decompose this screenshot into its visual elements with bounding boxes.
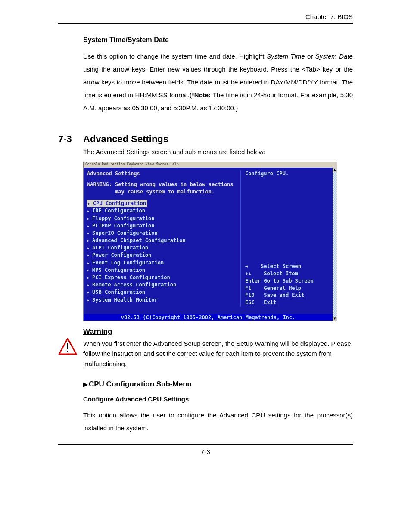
bios-warning-text: WARNING: Setting wrong values in below s… xyxy=(87,181,238,196)
section-intro: The Advanced Settings screen and sub men… xyxy=(83,148,353,156)
top-rule xyxy=(58,23,353,24)
bios-key-row: F1 General Help xyxy=(245,285,329,292)
cpu-body: This option allows the user to configure… xyxy=(83,409,353,435)
bios-key-row: F10 Save and Exit xyxy=(245,292,329,299)
system-time-paragraph: Use this option to change the system tim… xyxy=(83,50,353,115)
section-number: 7-3 xyxy=(58,134,83,145)
warning-triangle-icon xyxy=(58,327,83,369)
text: Use this option to change the system tim… xyxy=(83,53,267,60)
bios-menu-item[interactable]: ACPI Configuration xyxy=(87,244,238,252)
bios-menu-item[interactable]: System Health Monitor xyxy=(87,296,238,304)
bios-menu-item[interactable]: IDE Configuration xyxy=(87,207,238,215)
warning-body: When you first enter the Advanced Setup … xyxy=(83,339,353,369)
chapter-header: Chapter 7: BIOS xyxy=(58,13,353,23)
bios-menu-item[interactable]: Floppy Configuration xyxy=(87,215,238,222)
bios-key-row: Enter Go to Sub Screen xyxy=(245,277,329,285)
bios-warning-line1: Setting wrong values in below sections xyxy=(115,181,234,187)
svg-point-2 xyxy=(67,351,68,352)
bios-menu-item[interactable]: MPS Configuration xyxy=(87,267,238,274)
bios-menu-item[interactable]: Remote Access Configuration xyxy=(87,281,238,289)
bios-menu-item[interactable]: SuperIO Configuration xyxy=(87,230,238,237)
text: or xyxy=(305,53,315,60)
bios-menu-item[interactable]: USB Configuration xyxy=(87,289,238,296)
bios-screen-title: Advanced Settings xyxy=(87,170,238,177)
warning-heading: Warning xyxy=(83,327,353,336)
scroll-up-icon[interactable]: ▲ xyxy=(333,168,337,172)
bios-key-row: ↔ Select Screen xyxy=(245,263,329,270)
italic-system-time: System Time xyxy=(267,53,305,60)
heading-cpu-submenu-text: CPU Configuration Sub-Menu xyxy=(89,380,192,388)
bios-menu-item[interactable]: PCIPnP Configuration xyxy=(87,222,238,230)
bottom-rule xyxy=(58,444,353,445)
heading-system-time: System Time/System Date xyxy=(83,36,353,44)
section-title: Advanced Settings xyxy=(83,134,168,145)
heading-configure-cpu: Configure Advanced CPU Settings xyxy=(83,395,353,403)
italic-system-date: System Date xyxy=(315,53,353,60)
page-number: 7-3 xyxy=(58,448,353,455)
bios-menu-item[interactable]: Advanced Chipset Configuration xyxy=(87,237,238,244)
bios-menu-item-selected[interactable]: CPU Configuration xyxy=(87,200,147,207)
bios-key-legend: ↔ Select Screen ↑↓ Select Item Enter Go … xyxy=(245,263,329,306)
bios-menu-item[interactable]: Power Configuration xyxy=(87,252,238,259)
bios-warning-label: WARNING: xyxy=(87,181,112,187)
bios-key-row: ↑↓ Select Item xyxy=(245,270,329,277)
bios-screenshot: Console Redirection Keyboard View Macros… xyxy=(83,162,337,321)
section-heading: 7-3 Advanced Settings xyxy=(58,134,353,145)
note-label: *Note: xyxy=(192,91,211,99)
bios-window-titlebar: Console Redirection Keyboard View Macros… xyxy=(84,162,337,168)
scroll-down-icon[interactable]: ▼ xyxy=(333,317,337,321)
bios-menu-item[interactable]: PCI Express Configuration xyxy=(87,274,238,281)
bios-footer: v02.53 (C)Copyright 1985-2002, American … xyxy=(84,314,333,321)
bios-key-row: ESC Exit xyxy=(245,299,329,306)
bios-menu-list: CPU Configuration IDE Configuration Flop… xyxy=(87,199,238,303)
scrollbar[interactable]: ▲ ▼ xyxy=(333,168,337,321)
bios-warning-line2: may cause system to malfunction. xyxy=(115,189,215,195)
triangle-right-icon: ▶ xyxy=(83,381,88,388)
bios-menu-item[interactable]: Event Log Configuration xyxy=(87,259,238,267)
heading-cpu-submenu: ▶CPU Configuration Sub-Menu xyxy=(83,380,353,389)
bios-help-text: Configure CPU. xyxy=(245,170,329,177)
